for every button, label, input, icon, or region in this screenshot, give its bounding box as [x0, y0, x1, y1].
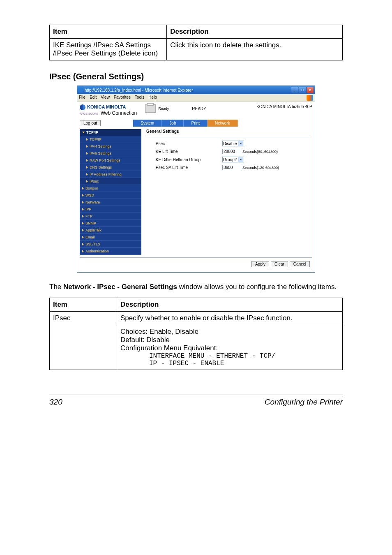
select-ike-dh[interactable]: Group2 — [222, 157, 244, 162]
triangle-icon — [86, 173, 88, 176]
ready-label: READY — [192, 106, 206, 111]
tab-print[interactable]: Print — [184, 120, 208, 127]
triangle-icon — [86, 166, 88, 169]
menu-help[interactable]: Help — [148, 95, 157, 101]
menu-edit[interactable]: Edit — [90, 95, 97, 101]
page-footer: 320 Configuring the Printer — [49, 395, 343, 407]
brand-product: Web Connection — [101, 110, 137, 116]
pagescope-icon: PAGE SCOPE — [80, 112, 98, 115]
triangle-icon — [82, 250, 84, 252]
triangle-icon — [82, 215, 84, 217]
page-number: 320 — [49, 398, 62, 407]
window-title: http://192.168.1.2/a_index.html - Micros… — [85, 88, 193, 92]
footer-text: Configuring the Printer — [265, 398, 343, 407]
triangle-icon — [82, 229, 84, 231]
chevron-down-icon — [82, 132, 85, 133]
hint-sa-lifetime: Seconds(120-604800) — [242, 166, 279, 170]
printer-icon — [145, 104, 156, 113]
triangle-icon — [82, 222, 84, 224]
triangle-icon — [82, 243, 84, 245]
label-ipsec: IPsec — [146, 141, 222, 146]
section-heading: IPsec (General Settings) — [49, 72, 343, 81]
th-item: Item — [50, 298, 117, 312]
maximize-button[interactable]: □ — [299, 87, 306, 93]
sidebar-item-ipsec[interactable]: IPsec — [80, 178, 141, 185]
cell-desc-1: Specify whether to enable or disable the… — [117, 312, 342, 325]
sidebar-item-ipfilter[interactable]: IP Address Filtering — [80, 171, 141, 178]
label-ike-dh: IKE Diffie-Hellman Group — [146, 157, 222, 162]
status-text: Ready — [158, 106, 169, 111]
tab-network[interactable]: Network — [208, 120, 238, 127]
menu-tools[interactable]: Tools — [135, 95, 144, 101]
triangle-icon — [86, 159, 88, 162]
sidebar-item-netware[interactable]: NetWare — [80, 199, 141, 206]
sidebar-item-wsd[interactable]: WSD — [80, 192, 141, 199]
clear-button[interactable]: Clear — [271, 261, 288, 267]
sidebar-item-email[interactable]: Email — [80, 234, 141, 241]
menu-view[interactable]: View — [101, 95, 110, 101]
close-button[interactable]: ✕ — [307, 87, 314, 93]
triangle-icon — [86, 138, 88, 141]
sidebar-item-rawport[interactable]: RAW Port Settings — [80, 157, 141, 164]
cancel-button[interactable]: Cancel — [290, 261, 310, 267]
menu-file[interactable]: File — [79, 95, 85, 101]
triangle-icon — [82, 208, 84, 210]
sidebar-item-tcpip[interactable]: TCP/IP — [80, 136, 141, 143]
triangle-icon — [86, 180, 88, 183]
cell-item: IKE Settings /IPsec SA Settings /IPsec P… — [50, 39, 167, 60]
sidebar-item-ftp[interactable]: FTP — [80, 213, 141, 220]
tabs: System Job Print Network — [133, 120, 312, 127]
km-logo-icon — [80, 104, 85, 110]
table-row: IKE Settings /IPsec SA Settings /IPsec P… — [50, 39, 343, 60]
sidebar-item-ipp[interactable]: IPP — [80, 206, 141, 213]
triangle-icon — [82, 194, 84, 197]
label-ike-lifetime: IKE Lift Time — [146, 149, 222, 154]
input-ike-lifetime[interactable]: 28800 — [222, 149, 241, 154]
triangle-icon — [86, 145, 88, 148]
sidebar-item-dns[interactable]: DNS Settings — [80, 164, 141, 171]
sidebar: TCP/IP TCP/IP IPv4 Settings IPv6 Setting… — [80, 129, 141, 255]
label-sa-lifetime: IPsec SA Lift Time — [146, 165, 222, 170]
minimize-button[interactable]: _ — [291, 87, 298, 93]
triangle-icon — [82, 236, 84, 238]
triangle-icon — [82, 201, 84, 204]
menu-favorites[interactable]: Favorites — [114, 95, 131, 101]
sidebar-item-auth[interactable]: Authentication — [80, 248, 141, 255]
tab-system[interactable]: System — [133, 120, 162, 127]
main-panel: General Settings IPsec Disable IKE Lift … — [144, 129, 312, 255]
sidebar-item-ipv6[interactable]: IPv6 Settings — [80, 150, 141, 157]
screenshot: http://192.168.1.2/a_index.html - Micros… — [77, 86, 315, 273]
sidebar-item-appletalk[interactable]: AppleTalk — [80, 227, 141, 234]
chevron-down-icon — [238, 157, 243, 162]
bottom-table: Item Description IPsec Specify whether t… — [49, 298, 343, 370]
cell-desc-2: Choices: Enable, Disable Default: Disabl… — [117, 325, 342, 370]
hint-ike-lifetime: Seconds(80..604800) — [242, 150, 278, 154]
th-desc: Description — [167, 25, 343, 39]
sidebar-top-tcpip[interactable]: TCP/IP — [80, 129, 141, 136]
th-desc: Description — [117, 298, 342, 312]
sidebar-item-bonjour[interactable]: Bonjour — [80, 185, 141, 192]
cell-item: IPsec — [50, 312, 117, 370]
sidebar-item-snmp[interactable]: SNMP — [80, 220, 141, 227]
apply-button[interactable]: Apply — [251, 261, 269, 267]
top-table: Item Description IKE Settings /IPsec SA … — [49, 25, 343, 60]
chevron-down-icon — [238, 141, 243, 146]
sidebar-item-ipv4[interactable]: IPv4 Settings — [80, 143, 141, 150]
logout-button[interactable]: Log out — [80, 120, 101, 126]
input-sa-lifetime[interactable]: 3600 — [222, 165, 241, 170]
model-label: KONICA MINOLTA bizhub 40P — [256, 104, 312, 109]
tab-job[interactable]: Job — [162, 120, 184, 127]
brand-name: KONICA MINOLTA — [87, 104, 126, 110]
body-paragraph: The Network - IPsec - General Settings w… — [49, 282, 343, 292]
panel-title: General Settings — [146, 129, 310, 134]
ie-icon — [78, 88, 83, 92]
ie-throbber-icon — [307, 95, 313, 101]
cell-desc: Click this icon to delete the settings. — [167, 39, 343, 60]
select-ipsec[interactable]: Disable — [222, 141, 244, 146]
window-titlebar: http://192.168.1.2/a_index.html - Micros… — [77, 86, 315, 94]
menubar: File Edit View Favorites Tools Help — [77, 94, 315, 102]
sidebar-item-ssltls[interactable]: SSL/TLS — [80, 241, 141, 248]
triangle-icon — [86, 152, 88, 155]
triangle-icon — [82, 187, 84, 190]
table-row: IPsec Specify whether to enable or disab… — [50, 312, 343, 325]
